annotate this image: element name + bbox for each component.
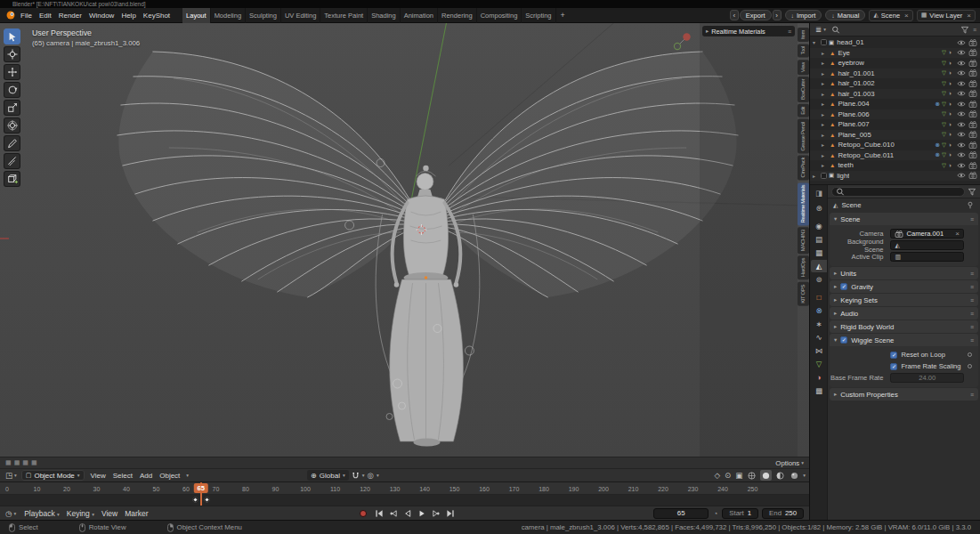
disable-render-icon[interactable] [968, 69, 977, 77]
add-workspace-button[interactable]: + [556, 11, 570, 20]
collection-grid-icon[interactable]: ▦ [5, 459, 12, 466]
outliner-item-plane-005[interactable]: ▸ ▲ Plane_005 ▽◑ [810, 130, 980, 141]
expand-arrow-icon[interactable]: ▸ [822, 101, 828, 107]
expand-arrow-icon[interactable]: ▸ [822, 60, 828, 66]
expand-arrow-icon[interactable]: ▸ [822, 50, 828, 56]
drag-handle-icon[interactable]: ≡ [788, 28, 791, 35]
editor-type-button[interactable]: ◨ [811, 187, 827, 199]
collection-grid-icon[interactable]: ▦ [22, 459, 28, 466]
drag-handle-icon[interactable]: ≡ [970, 324, 974, 330]
hide-viewport-icon[interactable] [957, 49, 966, 56]
editor-type-button[interactable]: ◷▾ [4, 509, 18, 518]
current-frame-chip[interactable]: 65 [194, 483, 208, 493]
menu-edit[interactable]: Edit [36, 12, 55, 20]
expand-arrow-icon[interactable]: ▸ [822, 162, 828, 168]
drag-handle-icon[interactable]: ≡ [970, 284, 974, 290]
jump-to-end-button[interactable] [444, 508, 457, 519]
expand-arrow-icon[interactable]: ▸ [822, 70, 828, 77]
active-clip-field[interactable]: ▥ [890, 252, 964, 262]
disable-render-icon[interactable] [968, 101, 977, 108]
disable-render-icon[interactable] [968, 151, 977, 158]
outliner-item-head-01[interactable]: ▾ ▣ head_01 [810, 37, 980, 48]
expand-arrow-icon[interactable]: ▾ [813, 39, 819, 45]
outliner-item-plane-006[interactable]: ▸ ▲ Plane.006 ▽◑ [810, 109, 980, 120]
camera-field[interactable]: Camera.001× [890, 229, 964, 239]
reset-on-loop-checkbox[interactable] [890, 352, 897, 359]
properties-tab-particles[interactable]: ∗ [811, 318, 827, 330]
sidebar-tab-item[interactable]: Item [798, 28, 809, 42]
options-dropdown[interactable]: Options ▾ [775, 459, 804, 467]
drag-handle-icon[interactable]: ≡ [970, 311, 974, 317]
panel-rigid-body-world-header[interactable]: ▸ Rigid Body World ≡ [830, 320, 978, 333]
navigation-gizmo[interactable] [670, 30, 693, 55]
import-button[interactable]: ↓Import [785, 10, 822, 20]
drag-handle-icon[interactable]: ≡ [970, 392, 974, 398]
menu-file[interactable]: File [17, 12, 36, 20]
properties-tab-constraints[interactable]: ⋈ [811, 344, 827, 357]
properties-tab-view-layer[interactable]: ▦ [811, 247, 827, 259]
start-frame-field[interactable]: Start 1 [722, 508, 758, 519]
shading-dropdown-icon[interactable]: ▾ [803, 473, 806, 478]
workspace-tab-rendering[interactable]: Rendering [438, 8, 477, 23]
outliner-item-plane-004[interactable]: ▸ ▲ Plane.004 ⊗▽◑ [810, 99, 980, 109]
properties-tab-object[interactable]: □ [811, 291, 827, 303]
play-button[interactable] [416, 508, 428, 519]
disable-render-icon[interactable] [968, 172, 977, 179]
hide-viewport-icon[interactable] [957, 172, 966, 179]
shading-material-icon[interactable] [774, 470, 786, 481]
export-next-icon[interactable]: › [773, 10, 782, 20]
shading-wireframe-icon[interactable] [746, 470, 757, 481]
disable-render-icon[interactable] [968, 142, 977, 149]
decorator-icon[interactable] [968, 364, 972, 368]
modifier-icon[interactable]: ⊗ [935, 151, 940, 158]
panel-custom-properties-header[interactable]: ▸ Custom Properties ≡ [830, 388, 978, 400]
disable-render-icon[interactable] [968, 131, 977, 138]
sidebar-tab-machin3[interactable]: MACHIN3 [798, 227, 809, 254]
collection-checkbox[interactable] [821, 173, 827, 179]
timeline-track[interactable] [0, 495, 809, 506]
preview-range-icon[interactable]: ◔ [712, 509, 718, 518]
disable-render-icon[interactable] [968, 110, 977, 117]
tool-cursor[interactable] [4, 46, 20, 62]
hide-viewport-icon[interactable] [957, 110, 966, 117]
sidebar-tab-view[interactable]: View [798, 60, 809, 75]
expand-arrow-icon[interactable]: ▸ [834, 310, 837, 317]
menu-render[interactable]: Render [55, 12, 85, 20]
disable-render-icon[interactable] [968, 80, 977, 87]
panel-audio-header[interactable]: ▸ Audio ≡ [830, 307, 978, 320]
hide-viewport-icon[interactable] [957, 101, 966, 108]
hide-viewport-icon[interactable] [957, 60, 966, 67]
drag-handle-icon[interactable]: ≡ [970, 297, 974, 303]
expand-arrow-icon[interactable]: ▸ [822, 152, 828, 158]
search-icon[interactable] [831, 26, 840, 34]
panel-keying-sets-header[interactable]: ▸ Keying Sets ≡ [830, 294, 978, 306]
outliner-item-hair-01-002[interactable]: ▸ ▲ hair_01.002 ▽◑ [810, 78, 980, 89]
workspace-tab-texture-paint[interactable]: Texture Paint [320, 8, 368, 23]
transform-orientation-dropdown[interactable]: ⊕ Global ▾ [307, 470, 349, 481]
keyframe-icon[interactable] [192, 497, 198, 503]
decorator-icon[interactable] [968, 352, 972, 357]
scene-selector[interactable]: ◭ Scene × [869, 10, 912, 21]
properties-tab-scene[interactable]: ◭ [811, 260, 827, 272]
expand-arrow-icon[interactable]: ▸ [822, 121, 828, 127]
hide-viewport-icon[interactable] [957, 131, 966, 138]
hide-viewport-icon[interactable] [957, 39, 966, 46]
properties-tab-modifiers[interactable]: ⊗ [811, 304, 827, 317]
menu-select[interactable]: Select [109, 472, 136, 480]
show-overlays-icon[interactable]: ⊙ [724, 471, 732, 480]
disable-render-icon[interactable] [968, 39, 977, 46]
properties-tab-output[interactable]: ▤ [811, 233, 827, 246]
drag-handle-icon[interactable]: ≡ [970, 337, 974, 344]
disable-render-icon[interactable] [968, 90, 977, 97]
keyframe-icon[interactable] [204, 497, 210, 503]
tool-move[interactable] [4, 64, 20, 80]
prev-keyframe-button[interactable] [387, 508, 400, 519]
disable-render-icon[interactable] [968, 121, 977, 128]
hide-viewport-icon[interactable] [957, 69, 966, 77]
background-scene-field[interactable]: ◭ [890, 240, 964, 250]
show-gizmo-icon[interactable]: ◇ [714, 471, 722, 480]
sidebar-tab-realtime-materials[interactable]: Realtime Materials [798, 182, 809, 225]
manual-button[interactable]: ↓Manual [825, 10, 865, 20]
expand-arrow-icon[interactable]: ▸ [822, 142, 828, 148]
outliner-item-retopo-cube-010[interactable]: ▸ ▲ Retopo_Cube.010 ⊗▽◑ [810, 140, 980, 150]
